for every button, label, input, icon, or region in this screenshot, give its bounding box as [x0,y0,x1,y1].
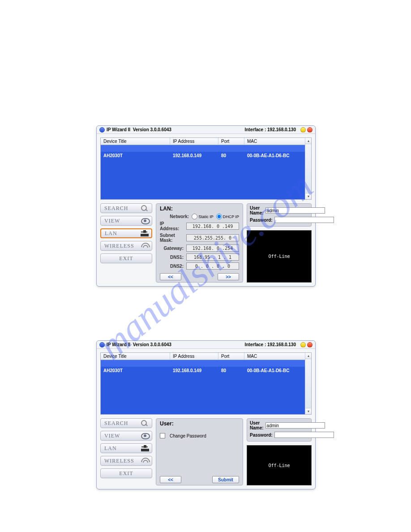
eye-icon [141,218,149,224]
credentials-panel: User Name: Password: [247,418,312,442]
ip-address-input[interactable] [186,223,239,230]
globe-icon [99,127,105,133]
search-button[interactable]: SEARCH [100,418,152,428]
submit-button[interactable]: Submit [212,476,239,483]
table-row[interactable] [101,179,305,185]
sidebar: SEARCH VIEW LAN WIRELESS EXIT [100,418,152,485]
table-body: AH2030T192.168.0.1498000-0B-AE-A1-D6-BC [101,145,305,199]
table-body: AH2030T192.168.0.1498000-0B-AE-A1-D6-BC [101,360,305,414]
table-row[interactable] [101,159,305,165]
col-device-title[interactable]: Device Title [101,353,170,360]
password-label: Password: [250,218,273,223]
table-row[interactable] [101,400,305,407]
col-mac[interactable]: MAC [244,138,311,145]
device-table: Device Title IP Address Port MAC AH2030T… [100,352,312,415]
wireless-button[interactable]: WIRELESS [100,456,152,466]
search-button[interactable]: SEARCH [100,203,152,213]
preview-offline: Off-Line [247,230,312,283]
dns2-input[interactable] [186,262,239,270]
user-panel: User: Change Password << Submit [156,418,243,485]
wifi-icon [141,243,149,249]
app-title: IP Wizard II Version 3.0.0.6043 [107,342,171,347]
next-button[interactable]: >> [218,273,239,280]
dhcp-ip-radio[interactable] [216,214,222,219]
table-row[interactable] [101,165,305,172]
lan-icon [141,230,149,236]
lan-button[interactable]: LAN [100,443,152,453]
lan-button[interactable]: LAN [100,228,152,238]
table-row[interactable] [101,407,305,414]
lan-panel: LAN: Network: Static IP DHCP IP IP Addre… [156,203,243,283]
username-input[interactable] [265,422,325,429]
eye-icon [141,433,149,439]
col-ip-address[interactable]: IP Address [170,353,218,360]
titlebar: IP Wizard II Version 3.0.0.6043 Interfac… [97,126,315,134]
minimize-button[interactable] [300,342,306,348]
scrollbar[interactable]: ▴ ▾ [305,353,311,414]
scroll-up-button[interactable]: ▴ [305,138,311,144]
dns1-input[interactable] [186,253,239,261]
minimize-button[interactable] [300,127,306,133]
table-row[interactable] [101,380,305,387]
scroll-down-button[interactable]: ▾ [305,408,311,414]
sidebar: SEARCH VIEW LAN WIRELESS EXIT [100,203,152,283]
network-label: Network: [170,214,189,219]
password-input[interactable] [274,217,334,223]
username-input[interactable] [265,207,325,214]
ip-address-label: IP Address: [160,221,184,231]
titlebar: IP Wizard II Version 3.0.0.6043 Interfac… [97,341,315,349]
table-header: Device Title IP Address Port MAC [101,353,311,360]
view-button[interactable]: VIEW [100,431,152,441]
table-row-selected[interactable]: AH2030T192.168.0.1498000-0B-AE-A1-D6-BC [101,152,305,159]
prev-button[interactable]: << [160,476,181,483]
static-ip-label: Static IP [198,215,214,219]
view-button[interactable]: VIEW [100,216,152,226]
globe-icon [99,342,105,348]
table-header: Device Title IP Address Port MAC [101,138,311,145]
col-device-title[interactable]: Device Title [101,138,170,145]
exit-button[interactable]: EXIT [100,468,152,478]
close-button[interactable] [307,342,313,348]
table-row[interactable] [101,172,305,179]
table-row[interactable] [101,373,305,380]
prev-button[interactable]: << [160,273,181,280]
app-title: IP Wizard II Version 3.0.0.6043 [107,127,171,132]
table-row[interactable] [101,360,305,367]
search-icon [141,420,149,426]
subnet-input[interactable] [186,234,239,241]
scrollbar[interactable]: ▴ ▾ [305,138,311,199]
col-port[interactable]: Port [218,138,244,145]
table-row[interactable] [101,387,305,394]
password-label: Password: [250,433,273,438]
device-table: Device Title IP Address Port MAC AH2030T… [100,137,312,200]
dns2-label: DNS2: [170,264,184,269]
gateway-label: Gateway: [164,246,184,251]
dns1-label: DNS1: [170,255,184,260]
scroll-up-button[interactable]: ▴ [305,353,311,359]
scroll-down-button[interactable]: ▾ [305,193,311,199]
interface-label: Interface : 192.168.0.130 [244,127,296,132]
lan-panel-title: LAN: [160,206,239,212]
col-port[interactable]: Port [218,353,244,360]
col-ip-address[interactable]: IP Address [170,138,218,145]
dhcp-ip-label: DHCP IP [223,215,239,219]
change-password-checkbox[interactable] [160,433,165,438]
gateway-input[interactable] [186,245,239,252]
wireless-button[interactable]: WIRELESS [100,241,152,251]
ip-wizard-window-user: IP Wizard II Version 3.0.0.6043 Interfac… [96,340,316,489]
exit-button[interactable]: EXIT [100,253,152,263]
change-password-label: Change Password [170,433,206,438]
subnet-label: Subnet Mask: [160,233,184,243]
col-mac[interactable]: MAC [244,353,311,360]
close-button[interactable] [307,127,313,133]
username-label: User Name: [250,420,264,430]
static-ip-radio[interactable] [192,214,197,219]
table-row[interactable] [101,145,305,152]
table-row[interactable] [101,192,305,199]
table-row[interactable] [101,394,305,400]
ip-wizard-window-lan: IP Wizard II Version 3.0.0.6043 Interfac… [96,125,316,287]
password-input[interactable] [274,432,334,438]
table-row[interactable] [101,185,305,192]
table-row-selected[interactable]: AH2030T192.168.0.1498000-0B-AE-A1-D6-BC [101,367,305,373]
wifi-icon [141,458,149,464]
